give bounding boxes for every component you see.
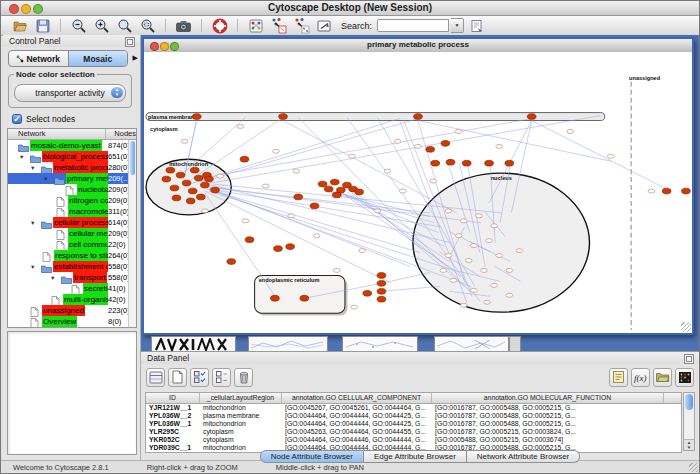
network-node[interactable] — [465, 259, 472, 263]
tree-expander-icon[interactable]: ▼ — [30, 163, 35, 174]
network-overview-icon[interactable] — [245, 17, 266, 34]
network-node[interactable] — [470, 288, 477, 292]
tree-column-nodes[interactable]: Nodes — [106, 129, 136, 139]
open-icon[interactable] — [9, 17, 30, 34]
network-node[interactable] — [273, 149, 280, 153]
network-node[interactable] — [440, 268, 447, 272]
network-node-selected[interactable] — [205, 176, 214, 182]
tree-row[interactable]: cell communicat22(0) — [8, 239, 136, 250]
search-dropdown-icon[interactable]: ▼ — [451, 18, 464, 33]
tree-expander-icon[interactable]: ▼ — [43, 174, 48, 185]
network-node[interactable] — [491, 224, 498, 228]
network-node-selected[interactable] — [245, 237, 254, 243]
tree-row[interactable]: mosaic-demo-yeast874(0) — [8, 140, 136, 151]
network-node[interactable] — [242, 219, 249, 223]
import-folder-icon[interactable] — [653, 368, 672, 387]
network-node[interactable] — [450, 278, 457, 282]
network-node-selected[interactable] — [196, 194, 205, 200]
float-panel-icon[interactable] — [125, 37, 135, 47]
network-node[interactable] — [506, 293, 513, 297]
network-node[interactable] — [399, 189, 406, 193]
network-node[interactable] — [455, 129, 462, 133]
network-node-selected[interactable] — [186, 198, 195, 204]
network-node-selected[interactable] — [166, 167, 175, 173]
network-node-selected[interactable] — [377, 296, 386, 302]
network-node-selected[interactable] — [414, 114, 423, 120]
background-window-fragment[interactable] — [509, 336, 521, 351]
search-options-icon[interactable] — [466, 17, 487, 34]
network-canvas[interactable]: plasma membranecytoplasmmitochondrionnuc… — [144, 52, 692, 333]
network-node-selected[interactable] — [377, 273, 386, 279]
tree-row[interactable]: ▼metabolic process280(0) — [8, 162, 136, 173]
network-node[interactable] — [445, 209, 452, 213]
network-node[interactable] — [313, 234, 320, 238]
tree-scrollbar[interactable] — [128, 140, 136, 327]
network-node[interactable] — [455, 234, 462, 238]
attribute-table-icon[interactable] — [146, 368, 165, 387]
node-color-dropdown[interactable]: transporter activity ▲▼ — [14, 84, 126, 102]
network-node-selected[interactable] — [485, 160, 494, 166]
tree-row[interactable]: nucleobase-209(0) — [8, 184, 136, 195]
app-resize-grip[interactable] — [689, 463, 698, 472]
network-node-selected[interactable] — [505, 160, 514, 166]
tree-row[interactable]: ▼biological_process651(0) — [8, 151, 136, 162]
table-row[interactable]: YPL036W__2plasma membrane[GO:0044464, GO… — [146, 412, 681, 420]
network-node[interactable] — [470, 244, 477, 248]
float-panel-icon[interactable] — [684, 354, 694, 364]
network-node-selected[interactable] — [286, 244, 295, 250]
attribute-table-header[interactable]: ID_cellularLayoutRegionannotation.GO CEL… — [146, 393, 681, 404]
network-node[interactable] — [293, 169, 300, 173]
table-row[interactable]: YLR295Ccytoplasm[GO:0045263, GO:0044464,… — [146, 428, 681, 436]
table-row[interactable]: YPL036W__1mitochondrion[GO:0044464, GO:0… — [146, 420, 681, 428]
network-node[interactable] — [262, 184, 269, 188]
zoom-selected-icon[interactable] — [137, 17, 158, 34]
network-node-selected[interactable] — [240, 156, 249, 162]
tab-node-attribute-browser[interactable]: Node Attribute Browser — [260, 450, 364, 463]
tree-row[interactable]: cellular metabo209(0) — [8, 228, 136, 239]
network-node-selected[interactable] — [441, 140, 450, 146]
tab-edge-attribute-browser[interactable]: Edge Attribute Browser — [364, 450, 467, 463]
network-node[interactable] — [288, 214, 295, 218]
delete-attribute-icon[interactable] — [234, 368, 253, 387]
network-node-selected[interactable] — [662, 188, 671, 194]
layout-a-icon[interactable] — [268, 17, 289, 34]
network-node[interactable] — [486, 239, 493, 243]
network-node-selected[interactable] — [188, 188, 197, 194]
birds-eye-view[interactable] — [7, 331, 137, 455]
network-node-selected[interactable] — [363, 290, 372, 296]
tree-row[interactable]: ▼transport558(0) — [8, 272, 136, 283]
network-node[interactable] — [567, 129, 574, 133]
network-node[interactable] — [351, 305, 358, 309]
network-node-selected[interactable] — [172, 195, 181, 201]
network-node[interactable] — [349, 154, 356, 158]
window-resize-grip[interactable] — [681, 322, 691, 332]
tree-row[interactable]: response to stimulu264(0) — [8, 250, 136, 261]
network-node[interactable] — [333, 268, 340, 272]
network-node-selected[interactable] — [162, 176, 171, 182]
formula-icon[interactable]: f(x) — [631, 368, 650, 387]
tree-row[interactable]: Overview8(0) — [8, 316, 136, 327]
tree-row[interactable]: unassigned223(0) — [8, 305, 136, 316]
tree-row[interactable]: macromolecule311(0) — [8, 206, 136, 217]
tree-column-network[interactable]: Network — [8, 129, 106, 139]
network-node-selected[interactable] — [194, 175, 203, 181]
network-node[interactable] — [394, 139, 401, 143]
network-node-selected[interactable] — [274, 246, 283, 252]
tree-row[interactable]: nitrogen compo209(0) — [8, 195, 136, 206]
network-node-selected[interactable] — [227, 259, 236, 265]
network-node-selected[interactable] — [279, 114, 288, 120]
table-row[interactable]: YKR052Ccytoplasm[GO:0044464, GO:0044446,… — [146, 436, 681, 444]
tab-mosaic[interactable]: Mosaic — [68, 51, 128, 66]
network-node-selected[interactable] — [332, 192, 341, 198]
tree-row[interactable]: ▼cellular process614(0) — [8, 217, 136, 228]
tree-row[interactable]: secretion41(0) — [8, 283, 136, 294]
network-node-selected[interactable] — [192, 114, 201, 120]
network-node[interactable] — [202, 209, 209, 213]
column-header[interactable]: _cellularLayoutRegion — [200, 393, 282, 403]
network-node[interactable] — [217, 174, 224, 178]
background-window-fragment[interactable] — [342, 336, 418, 351]
network-node-selected[interactable] — [318, 181, 327, 187]
network-node[interactable] — [374, 209, 381, 213]
zoom-in-icon[interactable] — [91, 17, 112, 34]
tree-expander-icon[interactable]: ▼ — [30, 262, 35, 273]
